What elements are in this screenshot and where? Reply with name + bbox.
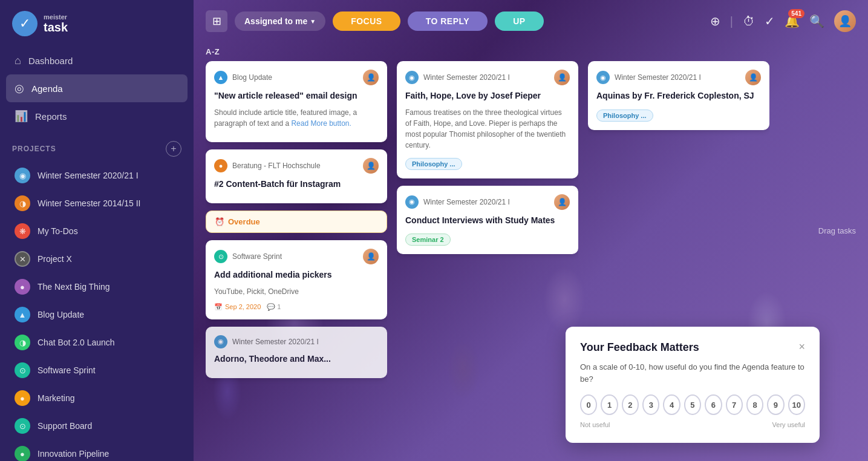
main-content: ⊞ Assigned to me ▼ FOCUS TO REPLY UP ⊕ |… <box>194 0 868 461</box>
sidebar-nav: ⌂ Dashboard ◎ Agenda 📊 Reports <box>0 47 194 130</box>
user-avatar[interactable]: 👤 <box>834 10 856 32</box>
rating-6[interactable]: 6 <box>705 394 722 415</box>
card-title: Conduct Interviews with Study Mates <box>405 215 570 227</box>
notifications-button[interactable]: 🔔 541 <box>785 14 800 28</box>
rating-2[interactable]: 2 <box>622 394 639 415</box>
project-icon: ▲ <box>15 307 30 322</box>
task-card-beratung[interactable]: ● Beratung - FLT Hochschule 👤 #2 Content… <box>206 149 387 204</box>
toreply-tab[interactable]: TO REPLY <box>408 11 488 31</box>
card-title: #2 Content-Batch für Instagram <box>214 178 379 191</box>
close-modal-button[interactable]: × <box>798 341 805 352</box>
project-item-support[interactable]: ⊙ Support Board <box>6 412 188 440</box>
topbar: ⊞ Assigned to me ▼ FOCUS TO REPLY UP ⊕ |… <box>194 0 868 42</box>
rating-1[interactable]: 1 <box>601 394 618 415</box>
card-desc: Famous treatises on the three theologica… <box>405 107 570 151</box>
card-title: "New article released" email design <box>214 90 379 102</box>
reports-icon: 📊 <box>15 110 28 123</box>
feedback-question: On a scale of 0-10, how useful do you fi… <box>580 361 805 385</box>
rating-0[interactable]: 0 <box>580 394 597 415</box>
project-item-blogupdate[interactable]: ▲ Blog Update <box>6 301 188 329</box>
project-icon: ⊙ <box>15 362 30 378</box>
assignee-avatar: 👤 <box>554 70 570 85</box>
assigned-tab[interactable]: Assigned to me ▼ <box>235 11 325 31</box>
projects-list: ◉ Winter Semester 2020/21 I ◑ Winter Sem… <box>0 162 194 461</box>
notification-count: 541 <box>788 9 804 18</box>
rating-3[interactable]: 3 <box>642 394 659 415</box>
card-title: Adorno, Theodore and Max... <box>214 353 379 365</box>
rating-7[interactable]: 7 <box>726 394 743 415</box>
feedback-title: Your Feedback Matters <box>580 341 699 354</box>
timer-icon[interactable]: ⏱ <box>743 15 755 28</box>
project-icon: ● <box>15 279 30 295</box>
projects-section: PROJECTS + <box>0 130 194 162</box>
task-card-aquinas[interactable]: ◉ Winter Semester 2020/21 I 👤 Aquinas by… <box>588 61 769 130</box>
project-icon: ▲ <box>214 71 227 84</box>
project-icon: ✕ <box>15 251 30 267</box>
project-icon: ◉ <box>214 335 227 348</box>
drag-hint: Drag tasks <box>818 226 856 235</box>
logo-icon: ✓ <box>12 11 38 36</box>
check-circle-icon[interactable]: ✓ <box>765 14 775 28</box>
sidebar-item-dashboard[interactable]: ⌂ Dashboard <box>6 47 188 74</box>
overdue-label: Overdue <box>228 217 260 226</box>
project-icon: ● <box>214 159 227 172</box>
rating-row: 0 1 2 3 4 5 6 7 8 9 10 <box>580 394 805 415</box>
project-item-sprint[interactable]: ⊙ Software Sprint <box>6 356 188 384</box>
expand-button[interactable]: ⊞ <box>206 10 227 32</box>
task-card-interviews[interactable]: ◉ Winter Semester 2020/21 I 👤 Conduct In… <box>397 186 578 255</box>
add-icon[interactable]: ⊕ <box>710 14 720 28</box>
feedback-modal: Your Feedback Matters × On a scale of 0-… <box>566 327 820 443</box>
rating-9[interactable]: 9 <box>767 394 784 415</box>
rating-high-label: Very useful <box>772 421 805 428</box>
project-item-chatbot[interactable]: ◑ Chat Bot 2.0 Launch <box>6 329 188 356</box>
card-desc: YouTube, Pickit, OneDrive <box>214 286 379 297</box>
project-item-winter2021[interactable]: ◉ Winter Semester 2020/21 I <box>6 162 188 189</box>
filter-bar: A-Z <box>194 42 868 61</box>
task-card-blog-update[interactable]: ▲ Blog Update 👤 "New article released" e… <box>206 61 387 142</box>
rating-10[interactable]: 10 <box>788 394 805 415</box>
project-icon: ◉ <box>405 71 419 84</box>
focus-tab[interactable]: FOCUS <box>333 11 400 31</box>
project-icon: ❋ <box>15 223 30 239</box>
task-card-overdue[interactable]: ⊙ Software Sprint 👤 Add additional media… <box>206 240 387 319</box>
home-icon: ⌂ <box>15 54 21 67</box>
project-icon: ◑ <box>15 335 30 350</box>
assignee-avatar: 👤 <box>554 194 570 210</box>
agenda-icon: ◎ <box>15 82 24 95</box>
project-item-innovation[interactable]: ● Innovation Pipeline <box>6 440 188 461</box>
task-card-faith[interactable]: ◉ Winter Semester 2020/21 I 👤 Faith, Hop… <box>397 61 578 178</box>
rating-5[interactable]: 5 <box>684 394 701 415</box>
search-icon[interactable]: 🔍 <box>809 14 824 28</box>
chevron-down-icon: ▼ <box>310 18 316 25</box>
card-title: Faith, Hope, Love by Josef Pieper <box>405 90 570 102</box>
up-tab[interactable]: UP <box>495 11 543 31</box>
project-icon: ◉ <box>15 168 30 183</box>
card-comments: 💬 1 <box>267 303 281 311</box>
rating-4[interactable]: 4 <box>663 394 680 415</box>
add-project-button[interactable]: + <box>166 141 181 157</box>
rating-low-label: Not useful <box>580 421 610 428</box>
sidebar-item-reports[interactable]: 📊 Reports <box>6 102 188 130</box>
tag-philosophy: Philosophy ... <box>596 110 653 122</box>
project-item-marketing[interactable]: ● Marketing <box>6 384 188 412</box>
tag-philosophy: Philosophy ... <box>405 158 462 170</box>
read-more-link[interactable]: Read More button. <box>291 119 351 128</box>
assignee-avatar: 👤 <box>363 70 379 85</box>
topbar-right: ⊕ | ⏱ ✓ 🔔 541 🔍 👤 <box>710 10 856 32</box>
rating-8[interactable]: 8 <box>746 394 763 415</box>
project-item-winter2015[interactable]: ◑ Winter Semester 2014/15 II <box>6 189 188 217</box>
filter-label: A-Z <box>206 47 220 56</box>
project-item-projectx[interactable]: ✕ Project X <box>6 245 188 273</box>
project-item-nextbig[interactable]: ● The Next Big Thing <box>6 273 188 301</box>
assignee-avatar: 👤 <box>363 158 379 174</box>
overdue-icon: ⏰ <box>215 217 224 226</box>
project-item-mytodos[interactable]: ❋ My To-Dos <box>6 217 188 245</box>
project-icon: ◉ <box>596 71 610 84</box>
sidebar-item-agenda[interactable]: ◎ Agenda <box>6 74 188 102</box>
task-card-adorno[interactable]: ◉ Winter Semester 2020/21 I Adorno, Theo… <box>206 327 387 379</box>
project-icon: ◉ <box>405 195 419 209</box>
expand-icon: ⊞ <box>212 15 221 28</box>
project-icon: ⊙ <box>15 418 30 434</box>
card-column-1: ▲ Blog Update 👤 "New article released" e… <box>206 61 387 449</box>
card-column-2: ◉ Winter Semester 2020/21 I 👤 Faith, Hop… <box>397 61 578 449</box>
